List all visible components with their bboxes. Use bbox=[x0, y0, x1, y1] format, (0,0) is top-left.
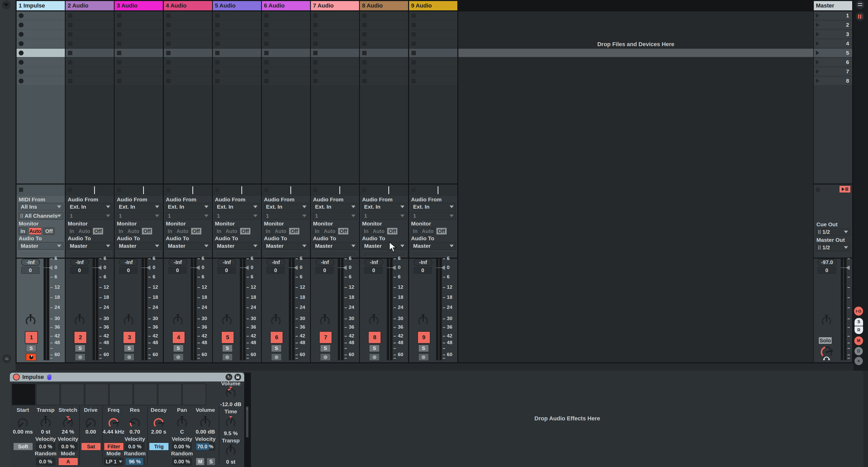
monitor-in-button[interactable]: In bbox=[362, 227, 370, 235]
clip-slot[interactable] bbox=[262, 67, 310, 76]
input-channel-chooser[interactable]: 1 bbox=[166, 212, 211, 219]
param-box[interactable]: 0.0 % bbox=[125, 443, 145, 450]
solo-button[interactable]: S bbox=[26, 345, 36, 352]
clip-slot[interactable] bbox=[262, 58, 310, 66]
volume-readout[interactable]: -Inf bbox=[414, 259, 432, 266]
pan-readout[interactable]: 0 bbox=[168, 267, 187, 274]
output-chooser[interactable]: Master bbox=[411, 242, 456, 250]
pan-knob-dial[interactable] bbox=[171, 314, 185, 328]
device-scrollbar[interactable] bbox=[246, 406, 248, 437]
param-box-filled[interactable]: 96 % bbox=[125, 458, 145, 465]
monitor-auto-button[interactable]: Auto bbox=[78, 227, 91, 235]
param-value-drive[interactable]: 0.00 bbox=[80, 429, 102, 435]
track-stop-button[interactable] bbox=[264, 188, 268, 192]
arm-button[interactable] bbox=[369, 353, 379, 361]
clip-slot[interactable] bbox=[115, 58, 163, 66]
pan-knob-dial[interactable] bbox=[820, 315, 833, 328]
pan-readout[interactable]: 0 bbox=[218, 267, 236, 274]
track-stop-button[interactable] bbox=[313, 188, 317, 192]
returns-section-toggle[interactable]: R bbox=[855, 326, 863, 334]
pan-knob-dial[interactable] bbox=[318, 314, 332, 328]
track-header-4[interactable]: 4 Audio bbox=[164, 1, 212, 10]
track-header-8[interactable]: 8 Audio bbox=[360, 1, 408, 10]
clip-slot[interactable] bbox=[17, 58, 65, 66]
track-header-2[interactable]: 2 Audio bbox=[66, 1, 114, 10]
clip-slot[interactable] bbox=[66, 21, 114, 29]
param-button-trig[interactable]: Trig bbox=[149, 443, 169, 450]
master-out-chooser[interactable]: 1/2 bbox=[816, 244, 850, 251]
clip-slot[interactable] bbox=[409, 30, 457, 38]
io-section-toggle[interactable]: I·O bbox=[854, 307, 863, 316]
monitor-auto-button[interactable]: Auto bbox=[176, 227, 189, 235]
pan-knob[interactable] bbox=[269, 314, 283, 329]
input-type-chooser[interactable]: Ext. In bbox=[215, 203, 259, 211]
track-stop-button[interactable] bbox=[19, 188, 23, 192]
pan-knob[interactable] bbox=[416, 314, 430, 329]
scene-slot-8[interactable]: 8 bbox=[814, 77, 852, 85]
solo-button[interactable]: S bbox=[369, 345, 379, 352]
input-type-chooser[interactable]: Ext. In bbox=[117, 203, 161, 211]
stop-all-clips-button[interactable] bbox=[839, 186, 850, 193]
solo-button[interactable]: S bbox=[320, 345, 331, 352]
clip-slot[interactable] bbox=[262, 30, 310, 38]
input-type-chooser[interactable]: Ext. In bbox=[68, 203, 112, 211]
hot-swap-button[interactable]: ↻ bbox=[225, 374, 232, 380]
global-value-transp[interactable]: 0 st bbox=[220, 459, 242, 465]
pan-readout[interactable]: 0 bbox=[315, 267, 334, 274]
monitor-off-button[interactable]: Off bbox=[93, 227, 103, 235]
solo-button[interactable]: S bbox=[173, 345, 184, 352]
pan-knob-dial[interactable] bbox=[367, 314, 381, 328]
master-pan-readout[interactable]: 0 bbox=[817, 267, 836, 274]
clip-slot[interactable] bbox=[409, 21, 457, 29]
clip-slot[interactable] bbox=[311, 21, 359, 29]
device-drop-zone[interactable]: Drop Audio Effects Here bbox=[295, 415, 839, 422]
solo-button[interactable]: S bbox=[124, 345, 134, 352]
knob-dial[interactable] bbox=[61, 416, 75, 430]
scene-slot-3[interactable]: 3 bbox=[814, 30, 852, 38]
clip-slot[interactable] bbox=[213, 39, 261, 48]
input-channel-chooser[interactable]: 1 bbox=[411, 212, 456, 219]
monitor-in-button[interactable]: In bbox=[411, 227, 420, 235]
param-value-transp[interactable]: 0 st bbox=[35, 429, 57, 435]
volume-readout[interactable]: -Inf bbox=[267, 259, 285, 266]
knob-dial[interactable] bbox=[152, 416, 166, 430]
volume-readout[interactable]: -Inf bbox=[70, 259, 89, 266]
scene-slot-5[interactable]: 5 bbox=[814, 49, 852, 57]
master-solo-button[interactable]: Solo bbox=[818, 337, 832, 344]
clip-slot[interactable] bbox=[115, 49, 163, 57]
clip-slot[interactable] bbox=[17, 67, 65, 76]
knob-dial[interactable] bbox=[175, 416, 189, 430]
pan-knob-dial[interactable] bbox=[122, 314, 135, 328]
track-activator-button[interactable]: 9 bbox=[417, 331, 430, 344]
monitor-off-button[interactable]: Off bbox=[191, 227, 202, 235]
track-header-1[interactable]: 1 Impulse bbox=[17, 1, 65, 10]
pan-knob-dial[interactable] bbox=[24, 314, 37, 328]
track-header-6[interactable]: 6 Audio bbox=[262, 1, 310, 10]
monitor-in-button[interactable]: In bbox=[68, 227, 76, 235]
param-box[interactable]: 0.0 % bbox=[36, 458, 55, 465]
master-volume-readout[interactable]: -97.0 bbox=[817, 259, 837, 266]
scene-slot-4[interactable]: 4 bbox=[814, 39, 852, 48]
clip-slot[interactable] bbox=[115, 30, 163, 38]
mixer-view-toggle-button[interactable] bbox=[856, 12, 864, 21]
track-activator-button[interactable]: 7 bbox=[319, 331, 332, 344]
clip-slot[interactable] bbox=[164, 67, 212, 76]
param-box[interactable]: 0.0 % bbox=[36, 443, 55, 450]
clip-slot[interactable] bbox=[66, 49, 114, 57]
input-channel-chooser[interactable]: 1 bbox=[215, 212, 259, 219]
monitor-off-button[interactable]: Off bbox=[289, 227, 300, 235]
clip-slot[interactable] bbox=[262, 49, 310, 57]
arm-button[interactable] bbox=[418, 353, 429, 361]
monitor-in-button[interactable]: In bbox=[166, 227, 174, 235]
knob-dial[interactable] bbox=[224, 387, 238, 400]
monitor-auto-button[interactable]: Auto bbox=[127, 227, 140, 235]
monitor-auto-button[interactable]: Auto bbox=[274, 227, 287, 235]
pan-knob[interactable] bbox=[318, 314, 332, 329]
browser-collapse-button[interactable] bbox=[2, 1, 11, 9]
arm-button[interactable] bbox=[320, 353, 331, 361]
clip-slot[interactable] bbox=[311, 77, 359, 85]
input-type-chooser[interactable]: Ext. In bbox=[362, 203, 406, 211]
output-chooser[interactable]: Master bbox=[117, 242, 161, 250]
pan-knob-dial[interactable] bbox=[220, 314, 234, 328]
monitor-auto-button[interactable]: Auto bbox=[323, 227, 336, 235]
